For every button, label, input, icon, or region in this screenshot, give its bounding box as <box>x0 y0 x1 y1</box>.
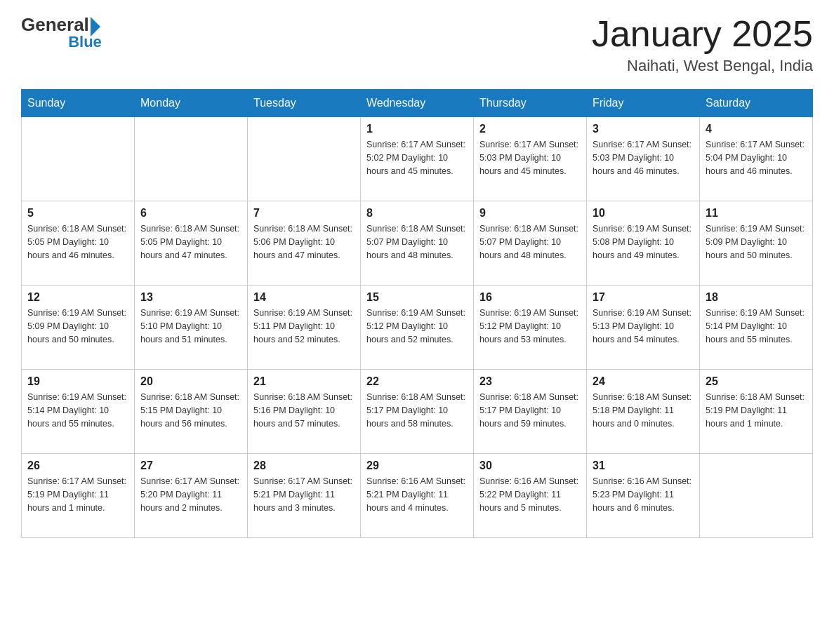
calendar-cell: 5Sunrise: 6:18 AM Sunset: 5:05 PM Daylig… <box>22 201 135 286</box>
day-info: Sunrise: 6:16 AM Sunset: 5:21 PM Dayligh… <box>366 475 468 514</box>
day-info: Sunrise: 6:18 AM Sunset: 5:07 PM Dayligh… <box>366 222 468 262</box>
day-info: Sunrise: 6:18 AM Sunset: 5:19 PM Dayligh… <box>706 391 807 430</box>
day-info: Sunrise: 6:18 AM Sunset: 5:17 PM Dayligh… <box>366 391 468 430</box>
day-number: 15 <box>366 291 468 304</box>
calendar-week-3: 12Sunrise: 6:19 AM Sunset: 5:09 PM Dayli… <box>22 286 813 370</box>
day-header-saturday: Saturday <box>700 90 813 117</box>
calendar-cell: 6Sunrise: 6:18 AM Sunset: 5:05 PM Daylig… <box>135 201 248 286</box>
day-header-tuesday: Tuesday <box>248 90 361 117</box>
calendar-week-4: 19Sunrise: 6:19 AM Sunset: 5:14 PM Dayli… <box>22 370 813 454</box>
calendar-cell: 3Sunrise: 6:17 AM Sunset: 5:03 PM Daylig… <box>587 117 700 201</box>
day-info: Sunrise: 6:18 AM Sunset: 5:17 PM Dayligh… <box>479 391 581 430</box>
calendar-cell: 1Sunrise: 6:17 AM Sunset: 5:02 PM Daylig… <box>361 117 474 201</box>
day-number: 2 <box>479 123 581 135</box>
day-number: 13 <box>140 291 241 304</box>
calendar-cell: 12Sunrise: 6:19 AM Sunset: 5:09 PM Dayli… <box>22 286 135 370</box>
day-number: 30 <box>479 459 581 472</box>
calendar-cell: 25Sunrise: 6:18 AM Sunset: 5:19 PM Dayli… <box>700 370 813 454</box>
calendar-table: SundayMondayTuesdayWednesdayThursdayFrid… <box>21 89 813 538</box>
calendar-cell: 15Sunrise: 6:19 AM Sunset: 5:12 PM Dayli… <box>361 286 474 370</box>
logo-triangle-icon <box>91 17 100 36</box>
day-info: Sunrise: 6:18 AM Sunset: 5:16 PM Dayligh… <box>253 391 355 430</box>
calendar-header: SundayMondayTuesdayWednesdayThursdayFrid… <box>22 90 813 117</box>
calendar-cell: 10Sunrise: 6:19 AM Sunset: 5:08 PM Dayli… <box>587 201 700 286</box>
day-info: Sunrise: 6:19 AM Sunset: 5:12 PM Dayligh… <box>366 307 468 346</box>
day-number: 3 <box>593 123 694 135</box>
day-number: 7 <box>253 207 355 220</box>
day-info: Sunrise: 6:19 AM Sunset: 5:09 PM Dayligh… <box>706 222 807 262</box>
day-info: Sunrise: 6:17 AM Sunset: 5:19 PM Dayligh… <box>27 475 128 514</box>
calendar-cell: 8Sunrise: 6:18 AM Sunset: 5:07 PM Daylig… <box>361 201 474 286</box>
day-number: 11 <box>706 207 807 220</box>
calendar-cell: 28Sunrise: 6:17 AM Sunset: 5:21 PM Dayli… <box>248 454 361 538</box>
day-info: Sunrise: 6:19 AM Sunset: 5:10 PM Dayligh… <box>140 307 241 346</box>
day-info: Sunrise: 6:17 AM Sunset: 5:02 PM Dayligh… <box>366 138 468 177</box>
day-info: Sunrise: 6:17 AM Sunset: 5:03 PM Dayligh… <box>593 138 694 177</box>
day-header-row: SundayMondayTuesdayWednesdayThursdayFrid… <box>22 90 813 117</box>
day-number: 5 <box>27 207 128 220</box>
day-info: Sunrise: 6:19 AM Sunset: 5:13 PM Dayligh… <box>593 307 694 346</box>
day-number: 24 <box>593 375 694 388</box>
day-info: Sunrise: 6:17 AM Sunset: 5:03 PM Dayligh… <box>479 138 581 177</box>
day-number: 21 <box>253 375 355 388</box>
calendar-cell: 23Sunrise: 6:18 AM Sunset: 5:17 PM Dayli… <box>474 370 587 454</box>
day-info: Sunrise: 6:18 AM Sunset: 5:05 PM Dayligh… <box>27 222 128 262</box>
day-number: 17 <box>593 291 694 304</box>
day-number: 14 <box>253 291 355 304</box>
day-number: 8 <box>366 207 468 220</box>
day-info: Sunrise: 6:18 AM Sunset: 5:18 PM Dayligh… <box>593 391 694 430</box>
day-number: 23 <box>479 375 581 388</box>
calendar-week-2: 5Sunrise: 6:18 AM Sunset: 5:05 PM Daylig… <box>22 201 813 286</box>
calendar-cell: 29Sunrise: 6:16 AM Sunset: 5:21 PM Dayli… <box>361 454 474 538</box>
day-info: Sunrise: 6:19 AM Sunset: 5:12 PM Dayligh… <box>479 307 581 346</box>
day-header-wednesday: Wednesday <box>361 90 474 117</box>
calendar-cell: 27Sunrise: 6:17 AM Sunset: 5:20 PM Dayli… <box>135 454 248 538</box>
day-number: 4 <box>706 123 807 135</box>
calendar-cell: 19Sunrise: 6:19 AM Sunset: 5:14 PM Dayli… <box>22 370 135 454</box>
day-info: Sunrise: 6:17 AM Sunset: 5:20 PM Dayligh… <box>140 475 241 514</box>
day-info: Sunrise: 6:19 AM Sunset: 5:14 PM Dayligh… <box>706 307 807 346</box>
day-number: 25 <box>706 375 807 388</box>
calendar-cell: 22Sunrise: 6:18 AM Sunset: 5:17 PM Dayli… <box>361 370 474 454</box>
calendar-body: 1Sunrise: 6:17 AM Sunset: 5:02 PM Daylig… <box>22 117 813 538</box>
calendar-cell: 24Sunrise: 6:18 AM Sunset: 5:18 PM Dayli… <box>587 370 700 454</box>
calendar-cell <box>22 117 135 201</box>
day-info: Sunrise: 6:19 AM Sunset: 5:08 PM Dayligh… <box>593 222 694 262</box>
calendar-cell: 9Sunrise: 6:18 AM Sunset: 5:07 PM Daylig… <box>474 201 587 286</box>
calendar-cell <box>248 117 361 201</box>
day-number: 6 <box>140 207 241 220</box>
day-number: 1 <box>366 123 468 135</box>
logo-blue-text: Blue <box>21 33 102 51</box>
page-header: General Blue January 2025 Naihati, West … <box>21 14 813 75</box>
calendar-title-block: January 2025 Naihati, West Bengal, India <box>592 14 813 75</box>
calendar-cell: 18Sunrise: 6:19 AM Sunset: 5:14 PM Dayli… <box>700 286 813 370</box>
day-number: 22 <box>366 375 468 388</box>
calendar-cell: 26Sunrise: 6:17 AM Sunset: 5:19 PM Dayli… <box>22 454 135 538</box>
day-number: 9 <box>479 207 581 220</box>
day-number: 18 <box>706 291 807 304</box>
day-number: 31 <box>593 459 694 472</box>
day-info: Sunrise: 6:16 AM Sunset: 5:22 PM Dayligh… <box>479 475 581 514</box>
day-info: Sunrise: 6:19 AM Sunset: 5:11 PM Dayligh… <box>253 307 355 346</box>
day-info: Sunrise: 6:19 AM Sunset: 5:09 PM Dayligh… <box>27 307 128 346</box>
day-info: Sunrise: 6:17 AM Sunset: 5:21 PM Dayligh… <box>253 475 355 514</box>
day-number: 26 <box>27 459 128 472</box>
calendar-cell: 31Sunrise: 6:16 AM Sunset: 5:23 PM Dayli… <box>587 454 700 538</box>
calendar-cell: 11Sunrise: 6:19 AM Sunset: 5:09 PM Dayli… <box>700 201 813 286</box>
day-header-sunday: Sunday <box>22 90 135 117</box>
calendar-cell <box>135 117 248 201</box>
day-info: Sunrise: 6:19 AM Sunset: 5:14 PM Dayligh… <box>27 391 128 430</box>
day-number: 29 <box>366 459 468 472</box>
day-header-thursday: Thursday <box>474 90 587 117</box>
day-info: Sunrise: 6:18 AM Sunset: 5:06 PM Dayligh… <box>253 222 355 262</box>
day-number: 28 <box>253 459 355 472</box>
logo: General Blue <box>21 14 102 51</box>
day-number: 16 <box>479 291 581 304</box>
day-number: 10 <box>593 207 694 220</box>
calendar-week-1: 1Sunrise: 6:17 AM Sunset: 5:02 PM Daylig… <box>22 117 813 201</box>
calendar-cell: 13Sunrise: 6:19 AM Sunset: 5:10 PM Dayli… <box>135 286 248 370</box>
day-header-monday: Monday <box>135 90 248 117</box>
calendar-cell: 16Sunrise: 6:19 AM Sunset: 5:12 PM Dayli… <box>474 286 587 370</box>
calendar-cell: 21Sunrise: 6:18 AM Sunset: 5:16 PM Dayli… <box>248 370 361 454</box>
day-number: 12 <box>27 291 128 304</box>
